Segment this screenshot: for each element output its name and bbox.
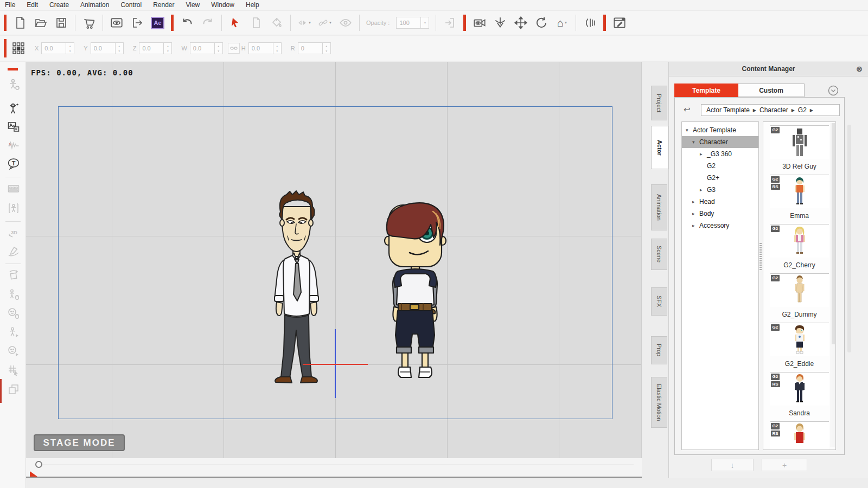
breadcrumb-segment[interactable]: G2 [798, 106, 807, 114]
r-input[interactable] [298, 43, 322, 54]
thumbnail[interactable]: G2RS [770, 372, 829, 406]
menu-window[interactable]: Window [211, 1, 234, 9]
sketch-motion-button[interactable] [7, 245, 20, 258]
tree-item-actor-template[interactable]: ▾Actor Template [682, 124, 758, 136]
create-actor-button[interactable] [7, 78, 20, 91]
thumbnail[interactable]: G2 [770, 323, 829, 356]
tree-arrow-icon[interactable]: ▾ [686, 127, 693, 133]
add-content-button[interactable]: + [762, 459, 807, 471]
h-spinner[interactable]: ▲▼ [273, 43, 281, 54]
list-item-g2-dummy[interactable]: G2 G2_Dummy [770, 273, 829, 318]
panel-splitter-handle[interactable] [760, 243, 762, 271]
body-key-button[interactable] [7, 326, 20, 339]
tree-item-head[interactable]: ▸Head [682, 196, 758, 208]
timeline-slider-handle[interactable] [35, 461, 42, 468]
layer-grid-button[interactable] [7, 364, 20, 377]
undo-button[interactable] [180, 16, 194, 30]
tree-arrow-icon[interactable]: ▸ [692, 223, 699, 228]
home-view-button[interactable]: ⌂▼ [555, 16, 569, 30]
import-button[interactable] [443, 16, 457, 30]
menu-create[interactable]: Create [49, 1, 69, 9]
tab-custom[interactable]: Custom [738, 84, 805, 97]
face-puppet-button[interactable] [7, 307, 20, 320]
menu-view[interactable]: View [186, 1, 200, 9]
tree-arrow-icon[interactable]: ▸ [700, 151, 707, 157]
camera-view-button[interactable] [473, 16, 487, 30]
tree-item-character[interactable]: ▾Character [682, 136, 758, 148]
thumbnail[interactable]: G2 [770, 224, 829, 258]
text-tool-button[interactable]: T [7, 157, 20, 170]
w-spinner[interactable]: ▲▼ [214, 43, 222, 54]
list-item-g2-eddie[interactable]: G2 G2_Eddie [770, 323, 829, 368]
timeline-slider-track[interactable] [39, 465, 634, 465]
actor-proportion-button[interactable] [7, 202, 20, 215]
stage-viewport[interactable]: FPS: 0.00, AVG: 0.00 [26, 62, 642, 458]
y-input[interactable] [91, 43, 115, 54]
list-item-sandra[interactable]: G2RS Sandra [770, 372, 829, 417]
3d-view-button[interactable]: 3D [7, 227, 20, 240]
tree-arrow-icon[interactable]: ▸ [700, 187, 707, 192]
face-key-button[interactable] [7, 345, 20, 358]
rotate-tool-button[interactable] [534, 16, 548, 30]
thumbnail[interactable]: G2 [770, 125, 829, 159]
tree-arrow-icon[interactable]: ▸ [692, 199, 699, 204]
opacity-dropdown[interactable]: ▼ [420, 17, 429, 28]
thumbnail[interactable]: G2RS [770, 421, 829, 450]
back-icon[interactable]: ↩ [684, 105, 691, 114]
tab-scene[interactable]: Scene [651, 239, 667, 270]
tab-elastic-motion[interactable]: Elastic Motion [651, 377, 667, 428]
tab-prop[interactable]: Prop [651, 336, 667, 364]
character-male-actor[interactable] [263, 188, 330, 390]
x-spinner[interactable]: ▲▼ [66, 43, 74, 54]
fill-tool-button[interactable] [270, 16, 284, 30]
tree-item-g2[interactable]: G2 [682, 160, 758, 172]
preview-button[interactable] [110, 16, 124, 30]
w-input[interactable] [190, 43, 214, 54]
list-item-g2-cherry[interactable]: G2 G2_Cherry [770, 224, 829, 269]
menu-animation[interactable]: Animation [80, 1, 109, 9]
blank-page-button[interactable] [249, 16, 263, 30]
tab-animation[interactable]: Animation [651, 184, 667, 230]
insert-media-button[interactable] [7, 120, 20, 133]
tab-project[interactable]: Project [651, 86, 667, 120]
tab-sfx[interactable]: SFX [651, 287, 667, 316]
motion-library-button[interactable] [7, 182, 20, 195]
new-project-button[interactable] [13, 16, 27, 30]
flip-button[interactable]: ▼ [297, 16, 311, 30]
redo-button[interactable] [201, 16, 215, 30]
layer-manager-button[interactable] [7, 383, 20, 396]
thumbnail[interactable]: G2 [770, 273, 829, 307]
tree-item-accessory[interactable]: ▸Accessory [682, 220, 758, 232]
y-spinner[interactable]: ▲▼ [115, 43, 123, 54]
export-button[interactable] [130, 16, 144, 30]
tree-arrow-icon[interactable]: ▸ [692, 211, 699, 216]
list-item-partial[interactable]: G2RS [770, 421, 829, 450]
character-boy-actor[interactable] [380, 197, 451, 384]
menu-help[interactable]: Help [246, 1, 259, 9]
select-tool-button[interactable] [228, 16, 242, 30]
tab-actor[interactable]: Actor [651, 126, 668, 169]
tab-template[interactable]: Template [674, 84, 738, 97]
r-spinner[interactable]: ▲▼ [322, 43, 330, 54]
opacity-input[interactable] [397, 17, 420, 28]
x-input[interactable] [42, 43, 66, 54]
menu-render[interactable]: Render [153, 1, 174, 9]
side-view-button[interactable] [583, 16, 597, 30]
thumbnail[interactable]: G2RS [770, 175, 829, 208]
z-input[interactable] [139, 43, 163, 54]
body-puppet-button[interactable] [7, 288, 20, 301]
content-store-button[interactable] [82, 16, 96, 30]
panel-scrollbar[interactable] [847, 125, 851, 352]
breadcrumb-segment[interactable]: Character [760, 106, 788, 114]
z-spinner[interactable]: ▲▼ [163, 43, 171, 54]
tree-item-g3[interactable]: ▸G3 [682, 184, 758, 196]
playhead-marker[interactable] [30, 471, 37, 477]
tree-arrow-icon[interactable]: ▾ [692, 139, 699, 145]
download-button[interactable]: ↓ [711, 459, 754, 471]
menu-control[interactable]: Control [120, 1, 142, 9]
snap-grid-button[interactable] [11, 41, 25, 55]
after-effects-button[interactable]: Ae [151, 17, 164, 29]
list-item-3d-ref-guy[interactable]: G2 3D Ref Guy [770, 125, 829, 170]
create-character-button[interactable] [7, 102, 20, 115]
menu-file[interactable]: File [5, 1, 15, 9]
